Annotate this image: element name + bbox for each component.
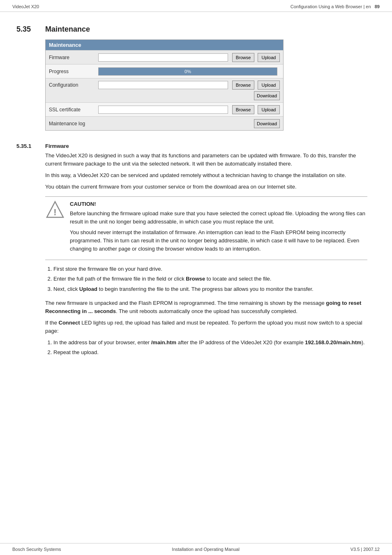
- maintenance-log-download-button[interactable]: Download: [254, 119, 280, 128]
- progress-row: Progress: [46, 64, 283, 78]
- step-1: First store the firmware file on your ha…: [53, 265, 367, 273]
- header-left: VideoJet X20: [12, 4, 39, 9]
- firmware-browse-button[interactable]: Browse: [232, 53, 254, 62]
- maintenance-log-row: Maintenance log Download: [46, 116, 283, 130]
- page-header: VideoJet X20 Configuration Using a Web B…: [0, 0, 392, 12]
- progress-input: [98, 67, 277, 76]
- configuration-download-button[interactable]: Download: [254, 91, 280, 100]
- maintenance-log-label: Maintenance log: [49, 121, 98, 127]
- ssl-label: SSL certificate: [49, 107, 98, 113]
- svg-text:!: !: [53, 207, 56, 217]
- page-footer: Bosch Security Systems Installation and …: [0, 543, 392, 555]
- firmware-para-3: You obtain the current firmware from you…: [45, 183, 367, 191]
- step-3: Next, click Upload to begin transferring…: [53, 285, 367, 293]
- final-step-2: Repeat the upload.: [53, 348, 367, 357]
- subsection-number: 5.35.1: [16, 143, 45, 149]
- ssl-browse-button[interactable]: Browse: [232, 105, 254, 114]
- caution-content: CAUTION! Before launching the firmware u…: [70, 201, 367, 256]
- steps-list: First store the firmware file on your ha…: [45, 265, 367, 293]
- configuration-row: Configuration Browse Upload Download: [46, 78, 283, 102]
- configuration-upload-button[interactable]: Upload: [258, 81, 280, 90]
- step-2: Enter the full path of the firmware file…: [53, 275, 367, 283]
- maintenance-table: Maintenance Firmware Browse Upload Progr…: [45, 39, 284, 131]
- configuration-input[interactable]: [98, 81, 228, 89]
- caution-para-1: Before launching the firmware upload mak…: [70, 210, 367, 226]
- section-title: Maintenance: [45, 25, 90, 34]
- firmware-upload-button[interactable]: Upload: [258, 53, 280, 62]
- section-number: 5.35: [16, 25, 45, 34]
- final-steps-list: In the address bar of your browser, ente…: [45, 339, 367, 357]
- ssl-upload-button[interactable]: Upload: [258, 105, 280, 114]
- section-heading: 5.35 Maintenance: [16, 25, 367, 34]
- firmware-label: Firmware: [49, 55, 98, 60]
- warning-triangle-icon: !: [45, 200, 65, 220]
- configuration-label: Configuration: [49, 82, 98, 88]
- progress-label: Progress: [49, 69, 98, 74]
- caution-para-2: You should never interrupt the installat…: [70, 228, 367, 253]
- footer-right: V3.5 | 2007.12: [350, 547, 380, 552]
- firmware-para-1: The VideoJet X20 is designed in such a w…: [45, 152, 367, 168]
- final-step-1: In the address bar of your browser, ente…: [53, 339, 367, 347]
- maintenance-panel-header: Maintenance: [46, 40, 283, 50]
- footer-left: Bosch Security Systems: [12, 547, 61, 552]
- firmware-para-2: In this way, a VideoJet X20 can be servi…: [45, 171, 367, 180]
- footer-center: Installation and Operating Manual: [172, 547, 240, 552]
- post-steps-para-1: The new firmware is unpacked and the Fla…: [45, 299, 367, 315]
- ssl-input[interactable]: [98, 106, 228, 114]
- firmware-row: Firmware Browse Upload: [46, 50, 283, 64]
- firmware-input[interactable]: [98, 53, 228, 62]
- configuration-browse-button[interactable]: Browse: [232, 81, 254, 90]
- subsection-title: Firmware: [45, 143, 69, 149]
- caution-box: ! CAUTION! Before launching the firmware…: [45, 196, 367, 260]
- post-steps-para-2: If the Connect LED lights up red, the up…: [45, 319, 367, 335]
- ssl-certificate-row: SSL certificate Browse Upload: [46, 102, 283, 116]
- caution-title: CAUTION!: [70, 201, 367, 207]
- subsection-heading: 5.35.1 Firmware: [16, 143, 367, 149]
- header-right: Configuration Using a Web Browser | en 8…: [291, 4, 380, 9]
